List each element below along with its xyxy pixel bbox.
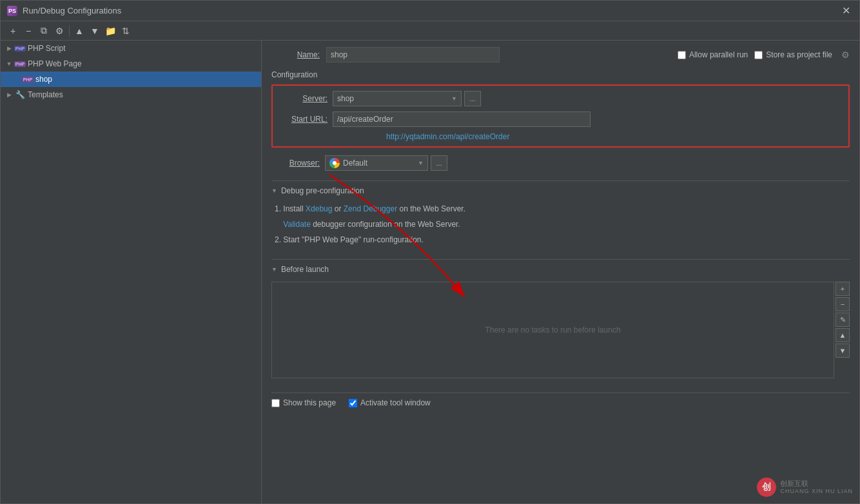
before-launch-title: Before launch (281, 265, 329, 274)
before-launch-header[interactable]: ▼ Before launch (271, 259, 850, 276)
before-launch-area: There are no tasks to run before launch (271, 282, 834, 378)
before-launch-remove-button[interactable]: − (836, 297, 850, 311)
show-page-checkbox[interactable] (271, 399, 280, 407)
copy-config-button[interactable]: ⧉ (37, 24, 51, 38)
browser-browse-button[interactable]: ... (431, 155, 447, 171)
before-launch-empty: There are no tasks to run before launch (485, 325, 620, 334)
chrome-icon (329, 158, 340, 168)
tree-arrow-php-script: ▶ (6, 45, 12, 52)
browser-row: Browser: Default ▼ ... (271, 155, 850, 171)
move-up-button[interactable]: ▲ (72, 24, 86, 38)
remove-config-button[interactable]: − (21, 24, 35, 38)
shop-icon: PHP (23, 74, 33, 84)
server-dropdown-arrow: ▼ (451, 95, 457, 102)
app-icon: PS (7, 6, 17, 16)
chrome-center (333, 161, 337, 165)
allow-parallel-checkbox-label[interactable]: Allow parallel run (678, 50, 748, 59)
tree-item-shop[interactable]: PHP shop (1, 72, 261, 87)
tree-label-templates: Templates (28, 90, 63, 99)
browser-dropdown-arrow: ▼ (418, 160, 424, 166)
settings-button[interactable]: ⚙ (52, 24, 66, 38)
name-input[interactable] (326, 47, 500, 63)
tree-label-php-web-page: PHP Web Page (28, 59, 82, 68)
activate-tool-checkbox-label[interactable]: Activate tool window (349, 398, 431, 407)
config-tree: ▶ PHP PHP Script ▼ PHP PHP Web Page PHP (1, 41, 262, 503)
debug-pre-header[interactable]: ▼ Debug pre-configuration (271, 180, 850, 198)
debug-step-2: 2. Start "PHP Web Page" run-configuratio… (275, 234, 850, 246)
browser-dropdown-container: Default ▼ ... (325, 155, 447, 171)
start-url-row: Start URL: (279, 111, 842, 127)
before-launch-arrow: ▼ (271, 266, 277, 273)
title-bar-left: PS Run/Debug Configurations (7, 6, 121, 16)
show-page-checkbox-label[interactable]: Show this page (271, 398, 336, 407)
resolved-url-link[interactable]: http://yqtadmin.com/api/createOrder (386, 131, 509, 142)
tree-label-php-script: PHP Script (28, 44, 65, 53)
add-config-button[interactable]: + (6, 24, 20, 38)
watermark: 创 创新互联 CHUANG XIN HU LIAN (757, 478, 853, 497)
dialog-title: Run/Debug Configurations (23, 6, 121, 15)
before-launch-side-buttons: + − ✎ ▲ ▼ (836, 282, 850, 385)
tree-item-templates[interactable]: ▶ 🔧 Templates (1, 87, 261, 102)
before-launch-edit-button[interactable]: ✎ (836, 313, 850, 327)
store-project-checkbox-label[interactable]: Store as project file (754, 50, 832, 59)
main-content: ▶ PHP PHP Script ▼ PHP PHP Web Page PHP (1, 41, 859, 503)
tree-label-shop: shop (35, 75, 52, 84)
browser-label: Browser: (271, 159, 320, 168)
activate-tool-checkbox[interactable] (349, 399, 357, 407)
debug-step-1: 1. Install Xdebug or Zend Debugger on th… (275, 203, 850, 215)
title-bar: PS Run/Debug Configurations ✕ (1, 1, 859, 21)
bottom-row: Show this page Activate tool window (271, 393, 850, 412)
toolbar-separator (69, 25, 70, 37)
tree-arrow-shop (14, 76, 20, 82)
server-dropdown-container: shop ▼ ... (333, 91, 481, 106)
sort-button[interactable]: ⇅ (119, 24, 133, 38)
server-row: Server: shop ▼ ... (279, 91, 842, 106)
start-url-label: Start URL: (279, 115, 327, 124)
store-project-checkbox[interactable] (754, 51, 763, 59)
tree-arrow-templates: ▶ (6, 92, 12, 98)
server-browse-button[interactable]: ... (464, 91, 481, 106)
server-label: Server: (279, 94, 327, 103)
run-debug-dialog: PS Run/Debug Configurations ✕ + − ⧉ ⚙ ▲ … (0, 0, 860, 504)
before-launch-add-button[interactable]: + (836, 282, 850, 296)
move-down-button[interactable]: ▼ (88, 24, 102, 38)
php-web-icon: PHP (15, 59, 25, 69)
before-launch-up-button[interactable]: ▲ (836, 328, 850, 342)
php-script-icon: PHP (15, 43, 25, 53)
name-label: Name: (271, 50, 320, 59)
start-url-input[interactable] (333, 111, 591, 127)
debug-step-1b: Validate debugger configuration on the W… (275, 218, 850, 230)
debug-pre-arrow: ▼ (271, 188, 277, 194)
folder-button[interactable]: 📁 (103, 24, 117, 38)
before-launch-wrapper: There are no tasks to run before launch … (271, 282, 850, 385)
resolved-url-container: http://yqtadmin.com/api/createOrder (333, 132, 842, 141)
tree-item-php-script[interactable]: ▶ PHP PHP Script (1, 41, 261, 56)
watermark-text: 创新互联 CHUANG XIN HU LIAN (780, 479, 853, 496)
config-box: Server: shop ▼ ... Start URL: (271, 84, 850, 148)
before-launch-down-button[interactable]: ▼ (836, 344, 850, 358)
allow-parallel-checkbox[interactable] (678, 51, 686, 59)
configuration-title: Configuration (271, 70, 850, 79)
config-panel: Name: Allow parallel run Store as projec… (262, 41, 859, 503)
watermark-icon: 创 (757, 478, 776, 497)
gear-icon[interactable]: ⚙ (841, 50, 850, 60)
templates-icon: 🔧 (15, 90, 25, 100)
debug-pre-title: Debug pre-configuration (281, 186, 364, 195)
debug-steps: 1. Install Xdebug or Zend Debugger on th… (271, 203, 850, 249)
toolbar: + − ⧉ ⚙ ▲ ▼ 📁 ⇅ (1, 21, 859, 41)
browser-dropdown[interactable]: Default ▼ (325, 155, 428, 171)
tree-item-php-web-page[interactable]: ▼ PHP PHP Web Page (1, 56, 261, 72)
xdebug-link[interactable]: Xdebug (306, 204, 332, 213)
zend-debugger-link[interactable]: Zend Debugger (344, 204, 397, 213)
server-dropdown[interactable]: shop ▼ (333, 91, 462, 106)
close-button[interactable]: ✕ (839, 5, 853, 17)
tree-arrow-php-web-page: ▼ (6, 61, 12, 67)
validate-link[interactable]: Validate (283, 220, 310, 229)
